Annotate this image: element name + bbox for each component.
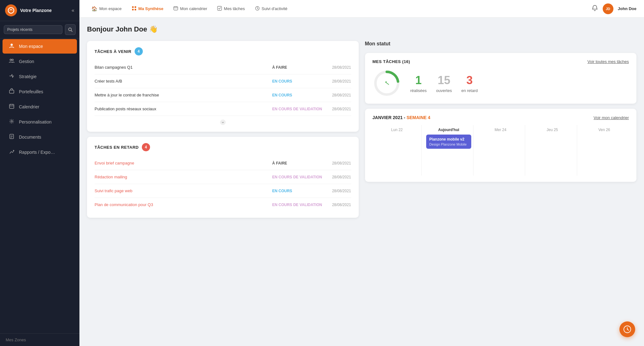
tasks-en-retard-card: TÂCHES EN RETARD 4 Envoi brief campagne … <box>87 137 359 218</box>
taches-tab-icon <box>217 6 222 12</box>
project-select[interactable]: Projets récents <box>4 25 62 34</box>
strategie-icon <box>8 73 15 80</box>
planzone-logo <box>5 4 17 16</box>
mes-taches-card: MES TÂCHES (16) Voir toutes mes tâches ✓ <box>365 53 637 104</box>
sidebar-item-mon-espace[interactable]: Mon espace <box>3 39 77 54</box>
tab-mon-espace[interactable]: 🏠 Mon espace <box>87 3 126 14</box>
mes-taches-header: MES TÂCHES (16) Voir toutes mes tâches <box>373 59 629 64</box>
project-select-wrap[interactable]: Projets récents <box>4 25 62 34</box>
tasks-a-venir-title: TÂCHES À VENIR <box>95 49 131 54</box>
open-label: ouvertes <box>436 88 452 93</box>
late-number: 3 <box>466 74 473 87</box>
sidebar-item-rapports[interactable]: Rapports / Expo… <box>3 145 77 159</box>
tab-mon-calendrier[interactable]: Mon calendrier <box>169 3 212 14</box>
calendrier-icon <box>8 103 15 110</box>
tasks-en-retard-badge: 4 <box>142 143 150 151</box>
calendar-header: JANVIER 2021 - SEMAINE 4 Voir mon calend… <box>373 115 629 120</box>
sidebar-item-label-gestion: Gestion <box>19 59 34 64</box>
mes-zones-link[interactable]: Mes Zones <box>0 333 79 346</box>
sidebar-header: Votre Planzone « <box>0 0 79 21</box>
mes-taches-title: MES TÂCHES (16) <box>373 59 410 64</box>
tab-mes-taches[interactable]: Mes tâches <box>213 3 249 14</box>
svg-rect-24 <box>218 6 222 10</box>
rapports-icon <box>8 149 15 156</box>
greeting: Bonjour John Doe 👋 <box>87 25 636 33</box>
realized-label: réalisées <box>410 88 427 93</box>
sidebar-title: Votre Planzone <box>20 8 52 13</box>
donut-checkmark: ✓ <box>383 80 391 86</box>
documents-icon <box>8 134 15 141</box>
late-count: 3 en retard <box>461 74 478 93</box>
voir-toutes-taches-link[interactable]: Voir toutes mes tâches <box>587 59 629 64</box>
day-label: Ven 26 <box>582 128 627 132</box>
task-status: EN COURS DE VALIDATION <box>272 203 323 207</box>
task-status: EN COURS DE VALIDATION <box>272 107 323 111</box>
sidebar-item-label-personnalisation: Personnalisation <box>19 119 52 124</box>
notification-bell[interactable] <box>591 4 598 13</box>
personnalisation-icon <box>8 118 15 125</box>
tasks-a-venir-header: TÂCHES À VENIR 4 <box>95 47 351 55</box>
svg-line-27 <box>257 8 258 9</box>
main-area: 🏠 Mon espace Ma Synthèse Mon calendrier … <box>79 0 644 346</box>
calendar-day-mer24: Mer 24 <box>476 125 525 176</box>
suivi-tab-icon <box>255 6 260 12</box>
sidebar-item-strategie[interactable]: Stratégie <box>3 69 77 84</box>
task-status: À FAIRE <box>272 161 323 165</box>
sidebar-item-calendrier[interactable]: Calendrier <box>3 100 77 114</box>
left-column: TÂCHES À VENIR 4 Bilan campagnes Q1 À FA… <box>87 41 359 218</box>
svg-rect-20 <box>174 7 178 10</box>
svg-rect-7 <box>9 104 14 108</box>
task-date: 28/08/2021 <box>326 189 351 193</box>
svg-point-28 <box>220 119 226 125</box>
sidebar-item-personnalisation[interactable]: Personnalisation <box>3 115 77 129</box>
task-row: Mettre à jour le contrat de franchise EN… <box>95 88 351 102</box>
task-name: Envoi brief campagne <box>95 161 269 165</box>
svg-rect-6 <box>9 90 14 93</box>
sidebar-item-documents[interactable]: Documents <box>3 130 77 144</box>
mon-espace-tab-icon: 🏠 <box>91 6 97 12</box>
sidebar: Votre Planzone « Projets récents Mon esp… <box>0 0 79 346</box>
task-status: EN COURS <box>272 93 323 97</box>
voir-calendrier-link[interactable]: Voir mon calendrier <box>594 115 629 120</box>
task-date: 28/08/2021 <box>326 203 351 207</box>
sidebar-item-label-rapports: Rapports / Expo… <box>19 150 55 155</box>
calendar-day-jeu25: Jeu 25 <box>528 125 577 176</box>
task-row: Publication posts réseaux sociaux EN COU… <box>95 102 351 116</box>
sidebar-item-label-strategie: Stratégie <box>19 74 37 79</box>
svg-point-11 <box>11 121 13 122</box>
search-button[interactable] <box>65 24 76 35</box>
gestion-icon <box>8 58 15 65</box>
content-area: Bonjour John Doe 👋 TÂCHES À VENIR 4 Bila… <box>79 18 644 346</box>
sidebar-item-portefeuilles[interactable]: Portefeuilles <box>3 84 77 99</box>
event-subtitle: Design Planzone Mobile <box>429 142 468 146</box>
portefeuilles-icon <box>8 88 15 95</box>
svg-point-5 <box>12 59 14 61</box>
tab-suivi-activite[interactable]: Suivi d'activité <box>251 3 292 14</box>
calendar-card: JANVIER 2021 - SEMAINE 4 Voir mon calend… <box>365 109 637 182</box>
fab-button[interactable] <box>619 321 635 337</box>
sidebar-collapse-button[interactable]: « <box>72 8 74 13</box>
task-name: Suivi trafic page web <box>95 188 269 193</box>
mon-statut-heading: Mon statut <box>365 41 637 47</box>
user-avatar[interactable]: JD <box>603 3 613 14</box>
realized-count: 1 réalisées <box>410 74 427 93</box>
day-label: Aujourd'hui <box>426 128 471 132</box>
calendar-event: Planzone mobile v2 Design Planzone Mobil… <box>426 135 471 149</box>
calendar-title-text: JANVIER 2021 - <box>373 115 405 120</box>
svg-point-3 <box>11 44 13 46</box>
late-label: en retard <box>461 88 478 93</box>
taches-count-area: ✓ 1 réalisées 15 ouvertes 3 en retard <box>373 69 629 97</box>
task-name: Créer tests A/B <box>95 79 269 84</box>
task-date: 28/08/2021 <box>326 161 351 165</box>
tab-ma-synthese[interactable]: Ma Synthèse <box>127 3 168 14</box>
expand-icon[interactable] <box>220 119 226 125</box>
task-date: 28/08/2021 <box>326 79 351 84</box>
event-title: Planzone mobile v2 <box>429 137 468 141</box>
mon-espace-icon <box>8 43 15 50</box>
task-row: Plan de communication pour Q3 EN COURS D… <box>95 198 351 211</box>
task-name: Bilan campagnes Q1 <box>95 65 269 70</box>
task-row: Bilan campagnes Q1 À FAIRE 28/08/2021 <box>95 61 351 74</box>
task-date: 28/08/2021 <box>326 175 351 179</box>
task-row: Créer tests A/B EN COURS 28/08/2021 <box>95 74 351 88</box>
sidebar-item-gestion[interactable]: Gestion <box>3 54 77 69</box>
